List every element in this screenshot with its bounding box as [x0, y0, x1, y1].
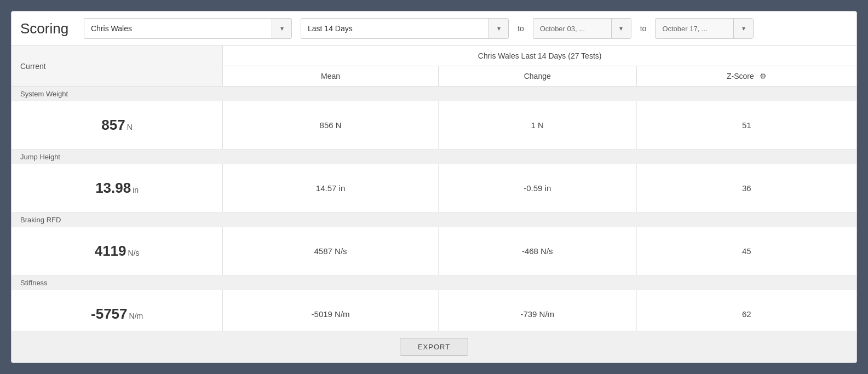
current-cell: 13.98in — [12, 164, 223, 212]
current-header-cell: Current — [12, 46, 223, 87]
gear-icon[interactable]: ⚙ — [760, 72, 767, 80]
zscore-header-label: Z-Score — [727, 72, 754, 80]
current-unit: N/m — [129, 312, 143, 320]
date-from-value: October 03, ... — [533, 25, 611, 33]
chevron-down-icon: ▾ — [497, 25, 501, 32]
group-header-cell: Chris Wales Last 14 Days (27 Tests) — [223, 46, 856, 66]
athlete-dropdown-value: Chris Wales — [84, 24, 272, 33]
period-dropdown-value: Last 14 Days — [301, 24, 488, 33]
athlete-dropdown[interactable]: Chris Wales ▾ — [84, 18, 292, 39]
section-label: Braking RFD — [12, 212, 856, 228]
section-label-row: Stiffness — [12, 275, 856, 291]
date-from-chevron[interactable]: ▾ — [611, 19, 631, 38]
scoring-table: Current Chris Wales Last 14 Days (27 Tes… — [12, 46, 856, 331]
date-from-dropdown[interactable]: October 03, ... ▾ — [533, 18, 631, 39]
section-label-row: Jump Height — [12, 149, 856, 165]
change-cell: -739 N/m — [438, 290, 636, 331]
section-label-row: System Weight — [12, 87, 856, 102]
date-to-dropdown[interactable]: October 17, ... ▾ — [655, 18, 754, 39]
to-label: to — [518, 24, 524, 33]
period-dropdown[interactable]: Last 14 Days ▾ — [301, 18, 509, 39]
mean-cell: 4587 N/s — [223, 227, 439, 275]
current-value: 4119 — [95, 243, 127, 259]
section-label: System Weight — [12, 87, 856, 102]
current-unit: N — [127, 123, 133, 131]
athlete-dropdown-chevron[interactable]: ▾ — [272, 19, 291, 38]
table-row: 857N856 N1 N51 — [12, 101, 856, 149]
current-cell: 4119N/s — [12, 227, 223, 275]
chevron-down-icon: ▾ — [280, 25, 284, 32]
app-container: Scoring Chris Wales ▾ Last 14 Days ▾ to … — [11, 11, 857, 363]
section-label: Jump Height — [12, 149, 856, 165]
export-button[interactable]: EXPORT — [400, 338, 468, 356]
scroll-wrapper[interactable]: Current Chris Wales Last 14 Days (27 Tes… — [12, 46, 856, 331]
date-to-value: October 17, ... — [656, 25, 733, 33]
table-row: 13.98in14.57 in-0.59 in36 — [12, 164, 856, 212]
current-value: 13.98 — [95, 180, 131, 196]
date-to-chevron[interactable]: ▾ — [733, 19, 753, 38]
mean-cell: 14.57 in — [223, 164, 439, 212]
to-label-2: to — [640, 24, 647, 33]
change-cell: -0.59 in — [438, 164, 636, 212]
change-cell: 1 N — [438, 101, 636, 149]
zscore-cell: 36 — [636, 164, 856, 212]
current-unit: N/s — [128, 249, 140, 257]
col-header-row: Current Chris Wales Last 14 Days (27 Tes… — [12, 46, 856, 66]
group-header-label: Chris Wales Last 14 Days (27 Tests) — [478, 51, 602, 60]
current-cell: 857N — [12, 101, 223, 149]
main-content: Current Chris Wales Last 14 Days (27 Tes… — [12, 46, 856, 331]
section-label-row: Braking RFD — [12, 212, 856, 228]
mean-cell: 856 N — [223, 101, 439, 149]
current-value: 857 — [101, 117, 125, 133]
zscore-cell: 62 — [636, 290, 856, 331]
header: Scoring Chris Wales ▾ Last 14 Days ▾ to … — [12, 11, 856, 46]
change-header-label: Change — [524, 72, 551, 80]
current-value: -5757 — [91, 306, 128, 322]
zscore-cell: 51 — [636, 101, 856, 149]
footer-bar: EXPORT — [12, 331, 856, 363]
period-dropdown-chevron[interactable]: ▾ — [488, 19, 508, 38]
app-title: Scoring — [20, 20, 75, 37]
section-label: Stiffness — [12, 275, 856, 291]
mean-header-cell: Mean — [223, 66, 439, 87]
current-cell: -5757N/m — [12, 290, 223, 331]
table-row: -5757N/m-5019 N/m-739 N/m62 — [12, 290, 856, 331]
change-header-cell: Change — [438, 66, 636, 87]
chevron-down-icon: ▾ — [619, 25, 623, 32]
table-row: 4119N/s4587 N/s-468 N/s45 — [12, 227, 856, 275]
zscore-cell: 45 — [636, 227, 856, 275]
chevron-down-icon: ▾ — [742, 25, 745, 32]
mean-header-label: Mean — [321, 72, 340, 80]
mean-cell: -5019 N/m — [223, 290, 439, 331]
current-unit: in — [133, 186, 139, 194]
zscore-header-cell: Z-Score ⚙ — [636, 66, 856, 87]
change-cell: -468 N/s — [438, 227, 636, 275]
current-header-label: Current — [20, 62, 46, 71]
